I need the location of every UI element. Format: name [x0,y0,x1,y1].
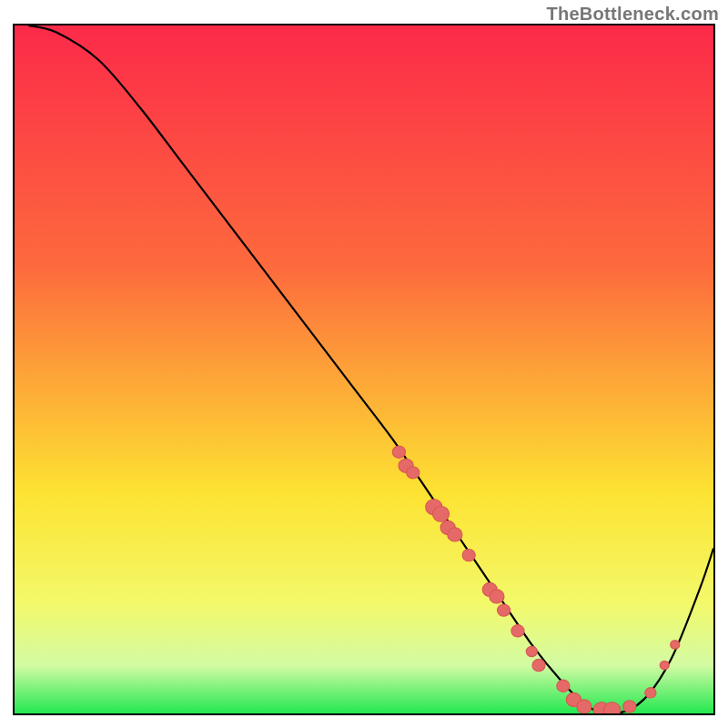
curve-marker [490,590,504,603]
curve-marker [498,604,511,616]
curve-marker [432,506,449,521]
curve-marker [557,680,570,692]
chart-stage: TheBottleneck.com [0,0,728,728]
curve-marker [623,701,636,713]
curve-marker [532,659,545,671]
curve-marker [577,700,592,713]
chart-svg [15,25,713,713]
chart-frame [13,24,715,715]
curve-marker [511,625,524,637]
curve-marker [462,549,475,561]
curve-marker [645,688,656,698]
gradient-background [15,25,713,713]
curve-marker [448,528,462,541]
curve-marker [526,646,537,656]
curve-marker [604,703,621,713]
curve-marker [671,641,680,650]
curve-marker [407,467,420,479]
curve-marker [660,661,669,670]
attribution-text: TheBottleneck.com [546,4,719,25]
curve-marker [392,446,405,458]
